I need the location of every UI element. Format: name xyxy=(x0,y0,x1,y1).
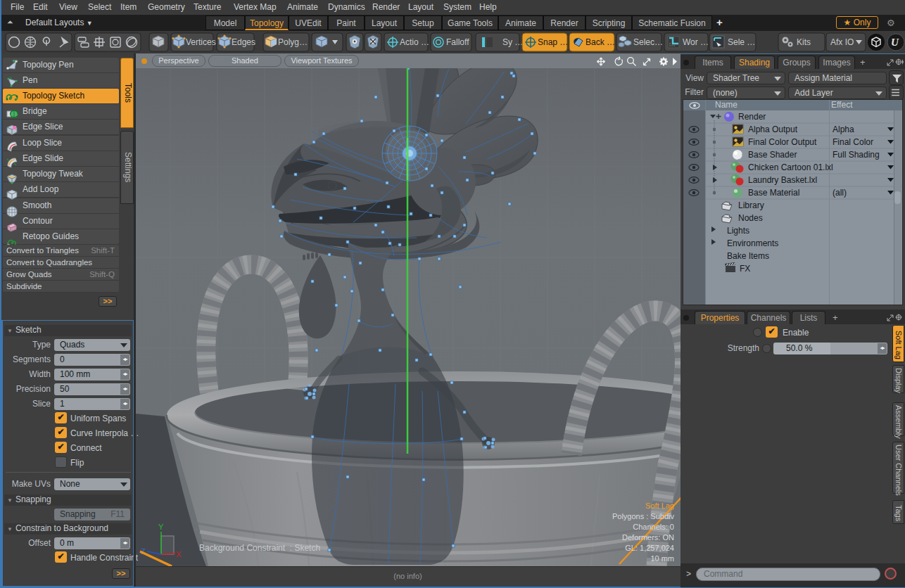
svg-text:Falloff: Falloff xyxy=(446,37,469,47)
svg-text:Selec…: Selec… xyxy=(633,37,663,47)
svg-text:Full Shading: Full Shading xyxy=(833,150,880,160)
svg-text:Back …: Back … xyxy=(586,37,615,47)
svg-text:Vertices: Vertices xyxy=(186,37,216,47)
svg-text:Environments: Environments xyxy=(727,238,778,248)
svg-text:Wor …: Wor … xyxy=(683,37,709,47)
svg-text:Nodes: Nodes xyxy=(738,213,763,223)
svg-text:Actio …: Actio … xyxy=(400,37,429,47)
svg-text:Library: Library xyxy=(738,200,764,210)
svg-text:U: U xyxy=(891,37,899,48)
svg-text:Edges: Edges xyxy=(232,37,255,47)
svg-text:Final Color: Final Color xyxy=(833,137,873,147)
svg-text:Polyg…: Polyg… xyxy=(278,37,308,47)
svg-text:Sy …: Sy … xyxy=(502,37,523,47)
svg-text:Final Color Output: Final Color Output xyxy=(748,137,817,147)
svg-text:(all): (all) xyxy=(833,188,847,198)
svg-text:Laundry Basket.lxl: Laundry Basket.lxl xyxy=(748,175,817,185)
svg-text:Afx IO: Afx IO xyxy=(830,37,854,47)
svg-text:Base Shader: Base Shader xyxy=(748,150,797,160)
svg-text:X: X xyxy=(176,550,182,558)
svg-text:Bake Items: Bake Items xyxy=(727,251,769,261)
svg-text:FX: FX xyxy=(740,264,750,274)
svg-text:Snap …: Snap … xyxy=(538,37,568,47)
svg-text:Y: Y xyxy=(158,523,164,531)
svg-text:Alpha: Alpha xyxy=(833,124,854,134)
svg-text:Chicken Cartoon 01.lxl: Chicken Cartoon 01.lxl xyxy=(748,162,833,172)
svg-text:Render: Render xyxy=(738,112,766,122)
svg-text:Alpha Output: Alpha Output xyxy=(748,124,798,134)
svg-text:Sele …: Sele … xyxy=(728,37,755,47)
svg-text:Lights: Lights xyxy=(727,226,749,236)
svg-text:Base Material: Base Material xyxy=(748,188,799,198)
svg-text:Kits: Kits xyxy=(797,37,811,47)
